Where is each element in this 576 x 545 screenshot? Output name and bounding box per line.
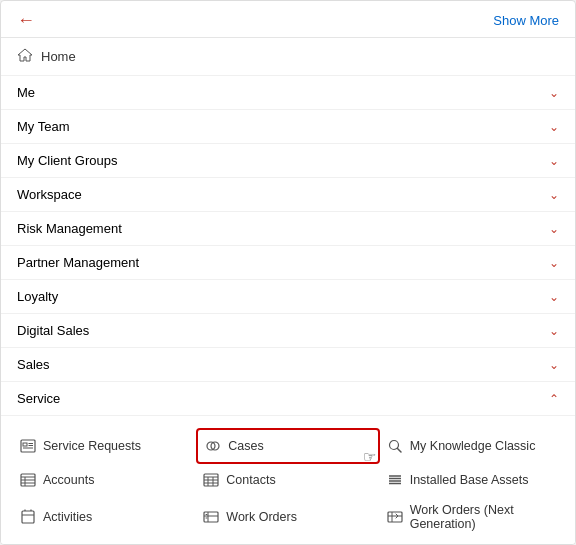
service-item-cases-label: Cases: [228, 439, 263, 453]
chevron-down-icon: ⌄: [549, 290, 559, 304]
back-button[interactable]: ←: [17, 11, 35, 29]
nav-item-me[interactable]: Me ⌄: [1, 76, 575, 110]
nav-item-loyalty-label: Loyalty: [17, 289, 58, 304]
chevron-down-icon: ⌄: [549, 120, 559, 134]
nav-item-partner-management[interactable]: Partner Management ⌄: [1, 246, 575, 280]
nav-item-workspace-label: Workspace: [17, 187, 82, 202]
service-grid: Service Requests Cases ☞: [1, 424, 575, 544]
service-item-activities-label: Activities: [43, 510, 92, 524]
service-item-my-knowledge-classic[interactable]: My Knowledge Classic: [380, 428, 563, 464]
service-item-accounts[interactable]: Accounts: [13, 464, 196, 496]
chevron-down-icon: ⌄: [549, 222, 559, 236]
service-item-work-orders-label: Work Orders: [226, 510, 297, 524]
svg-rect-1: [23, 443, 27, 446]
service-requests-icon: [19, 437, 37, 455]
nav-item-home[interactable]: Home: [1, 38, 575, 76]
nav-item-home-label: Home: [41, 49, 76, 64]
service-item-self-service-users[interactable]: Self-Service Users: [380, 538, 563, 544]
nav-item-partner-management-label: Partner Management: [17, 255, 139, 270]
svg-rect-28: [204, 512, 218, 522]
app-container: ← Show More Home Me ⌄ My Team ⌄: [0, 0, 576, 545]
header: ← Show More: [1, 1, 575, 38]
service-expanded-panel: Service Requests Cases ☞: [1, 416, 575, 544]
cases-icon: [204, 437, 222, 455]
service-item-service-requests-label: Service Requests: [43, 439, 141, 453]
service-item-my-knowledge-classic-label: My Knowledge Classic: [410, 439, 536, 453]
nav-item-risk-management-label: Risk Management: [17, 221, 122, 236]
work-orders-icon: [202, 508, 220, 526]
service-item-queues[interactable]: Queues: [13, 538, 196, 544]
svg-rect-24: [22, 511, 34, 523]
nav-item-digital-sales-label: Digital Sales: [17, 323, 89, 338]
service-item-activities[interactable]: Activities: [13, 496, 196, 538]
accounts-icon: [19, 471, 37, 489]
nav-item-sales-label: Sales: [17, 357, 50, 372]
nav-item-digital-sales[interactable]: Digital Sales ⌄: [1, 314, 575, 348]
chevron-down-icon: ⌄: [549, 154, 559, 168]
svg-line-8: [397, 449, 401, 453]
chevron-down-icon: ⌄: [549, 86, 559, 100]
service-item-installed-base-assets-label: Installed Base Assets: [410, 473, 529, 487]
cursor-hand-icon: ☞: [363, 448, 376, 466]
nav-item-workspace[interactable]: Workspace ⌄: [1, 178, 575, 212]
show-more-button[interactable]: Show More: [493, 13, 559, 28]
nav-item-risk-management[interactable]: Risk Management ⌄: [1, 212, 575, 246]
service-item-contacts-label: Contacts: [226, 473, 275, 487]
nav-item-my-client-groups[interactable]: My Client Groups ⌄: [1, 144, 575, 178]
activities-icon: [19, 508, 37, 526]
service-item-work-orders-next-gen[interactable]: Work Orders (Next Generation): [380, 496, 563, 538]
chevron-up-icon: ⌃: [549, 392, 559, 406]
chevron-down-icon: ⌄: [549, 358, 559, 372]
chevron-down-icon: ⌄: [549, 324, 559, 338]
service-item-service-requests[interactable]: Service Requests: [13, 428, 196, 464]
svg-rect-31: [388, 512, 402, 522]
nav-item-my-client-groups-label: My Client Groups: [17, 153, 117, 168]
chevron-down-icon: ⌄: [549, 256, 559, 270]
service-item-contacts[interactable]: Contacts: [196, 464, 379, 496]
home-icon: [17, 47, 33, 66]
chevron-down-icon: ⌄: [549, 188, 559, 202]
nav-item-service[interactable]: Service ⌃: [1, 382, 575, 416]
nav-item-loyalty[interactable]: Loyalty ⌄: [1, 280, 575, 314]
nav-item-my-team-label: My Team: [17, 119, 70, 134]
nav-item-me-label: Me: [17, 85, 35, 100]
nav-item-sales[interactable]: Sales ⌄: [1, 348, 575, 382]
service-item-work-orders-next-gen-label: Work Orders (Next Generation): [410, 503, 557, 531]
knowledge-classic-icon: [386, 437, 404, 455]
service-item-work-orders[interactable]: Work Orders: [196, 496, 379, 538]
contacts-icon: [202, 471, 220, 489]
service-item-cases[interactable]: Cases ☞: [196, 428, 379, 464]
nav-list: Home Me ⌄ My Team ⌄ My Client Groups ⌄ W…: [1, 38, 575, 544]
service-item-analytics[interactable]: Analytics: [196, 538, 379, 544]
service-item-installed-base-assets[interactable]: Installed Base Assets: [380, 464, 563, 496]
nav-item-service-label: Service: [17, 391, 60, 406]
work-orders-next-gen-icon: [386, 508, 404, 526]
nav-item-my-team[interactable]: My Team ⌄: [1, 110, 575, 144]
installed-base-assets-icon: [386, 471, 404, 489]
service-item-accounts-label: Accounts: [43, 473, 94, 487]
